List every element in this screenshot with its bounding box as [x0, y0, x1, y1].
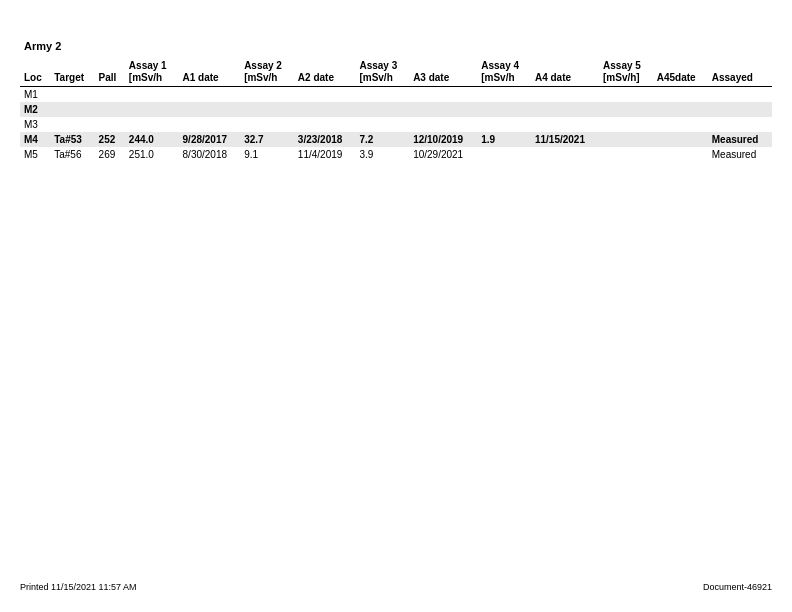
col-header-target: Target: [50, 58, 94, 87]
cell-a3date: 10/29/2021: [409, 147, 477, 162]
cell-assay3: [355, 87, 409, 103]
footer-printed: Printed 11/15/2021 11:57 AM: [20, 582, 137, 592]
cell-assay3: 7.2: [355, 132, 409, 147]
cell-target: [50, 102, 94, 117]
cell-assayed: [708, 117, 772, 132]
cell-target: Ta#53: [50, 132, 94, 147]
cell-loc: M4: [20, 132, 50, 147]
cell-assay5: [599, 102, 653, 117]
col-header-loc: Loc: [20, 58, 50, 87]
cell-assay3: 3.9: [355, 147, 409, 162]
cell-a2date: [294, 87, 356, 103]
cell-loc: M1: [20, 87, 50, 103]
cell-a2date: 11/4/2019: [294, 147, 356, 162]
cell-target: Ta#56: [50, 147, 94, 162]
cell-a45date: [653, 87, 708, 103]
cell-assay3: [355, 117, 409, 132]
cell-target: [50, 87, 94, 103]
cell-pall: [95, 102, 125, 117]
page-content: Army 2 Loc Target Pall Assay 1[mSv/h A1 …: [0, 0, 792, 202]
cell-assay5: [599, 117, 653, 132]
cell-assay2: 32.7: [240, 132, 294, 147]
table-row: M4Ta#53252244.09/28/201732.73/23/20187.2…: [20, 132, 772, 147]
cell-loc: M5: [20, 147, 50, 162]
cell-a2date: [294, 117, 356, 132]
col-header-assay4: Assay 4[mSv/h: [477, 58, 531, 87]
cell-assay3: [355, 102, 409, 117]
cell-assay1: [125, 87, 179, 103]
army-header: Army 2: [24, 40, 772, 52]
footer: Printed 11/15/2021 11:57 AM Document-469…: [20, 582, 772, 592]
cell-a4date: [531, 147, 599, 162]
col-header-assay3: Assay 3[mSv/h: [355, 58, 409, 87]
cell-a4date: 11/15/2021: [531, 132, 599, 147]
cell-pall: [95, 87, 125, 103]
cell-assayed: Measured: [708, 147, 772, 162]
cell-a2date: [294, 102, 356, 117]
data-table: Loc Target Pall Assay 1[mSv/h A1 date As…: [20, 58, 772, 162]
cell-a1date: [179, 87, 241, 103]
cell-assay1: [125, 117, 179, 132]
cell-a3date: [409, 102, 477, 117]
cell-assayed: Measured: [708, 132, 772, 147]
cell-assay2: [240, 102, 294, 117]
cell-loc: M3: [20, 117, 50, 132]
cell-a3date: [409, 117, 477, 132]
col-header-assay2: Assay 2[mSv/h: [240, 58, 294, 87]
col-header-a2date: A2 date: [294, 58, 356, 87]
cell-a1date: 8/30/2018: [179, 147, 241, 162]
cell-a2date: 3/23/2018: [294, 132, 356, 147]
table-row: M1: [20, 87, 772, 103]
cell-assay1: [125, 102, 179, 117]
cell-assay1: 244.0: [125, 132, 179, 147]
cell-target: [50, 117, 94, 132]
cell-a1date: 9/28/2017: [179, 132, 241, 147]
cell-assay4: [477, 117, 531, 132]
cell-pall: 252: [95, 132, 125, 147]
cell-assay5: [599, 87, 653, 103]
table-row: M5Ta#56269251.08/30/20189.111/4/20193.91…: [20, 147, 772, 162]
table-header-row: Loc Target Pall Assay 1[mSv/h A1 date As…: [20, 58, 772, 87]
cell-pall: 269: [95, 147, 125, 162]
table-row: M3: [20, 117, 772, 132]
cell-assay2: 9.1: [240, 147, 294, 162]
cell-a45date: [653, 147, 708, 162]
cell-a3date: [409, 87, 477, 103]
cell-a1date: [179, 102, 241, 117]
col-header-assay5: Assay 5[mSv/h]: [599, 58, 653, 87]
cell-a4date: [531, 87, 599, 103]
cell-assay2: [240, 87, 294, 103]
col-header-a1date: A1 date: [179, 58, 241, 87]
cell-a3date: 12/10/2019: [409, 132, 477, 147]
cell-a45date: [653, 132, 708, 147]
table-row: M2: [20, 102, 772, 117]
cell-assayed: [708, 102, 772, 117]
cell-assay4: [477, 147, 531, 162]
cell-assayed: [708, 87, 772, 103]
col-header-a45date: A45date: [653, 58, 708, 87]
cell-a45date: [653, 117, 708, 132]
cell-assay5: [599, 132, 653, 147]
cell-assay2: [240, 117, 294, 132]
col-header-assayed: Assayed: [708, 58, 772, 87]
cell-assay4: [477, 87, 531, 103]
footer-document: Document-46921: [703, 582, 772, 592]
cell-assay5: [599, 147, 653, 162]
cell-assay4: [477, 102, 531, 117]
cell-assay4: 1.9: [477, 132, 531, 147]
col-header-pall: Pall: [95, 58, 125, 87]
cell-pall: [95, 117, 125, 132]
col-header-a4date: A4 date: [531, 58, 599, 87]
col-header-a3date: A3 date: [409, 58, 477, 87]
cell-a1date: [179, 117, 241, 132]
col-header-assay1: Assay 1[mSv/h: [125, 58, 179, 87]
cell-a4date: [531, 117, 599, 132]
cell-a4date: [531, 102, 599, 117]
cell-assay1: 251.0: [125, 147, 179, 162]
cell-a45date: [653, 102, 708, 117]
cell-loc: M2: [20, 102, 50, 117]
